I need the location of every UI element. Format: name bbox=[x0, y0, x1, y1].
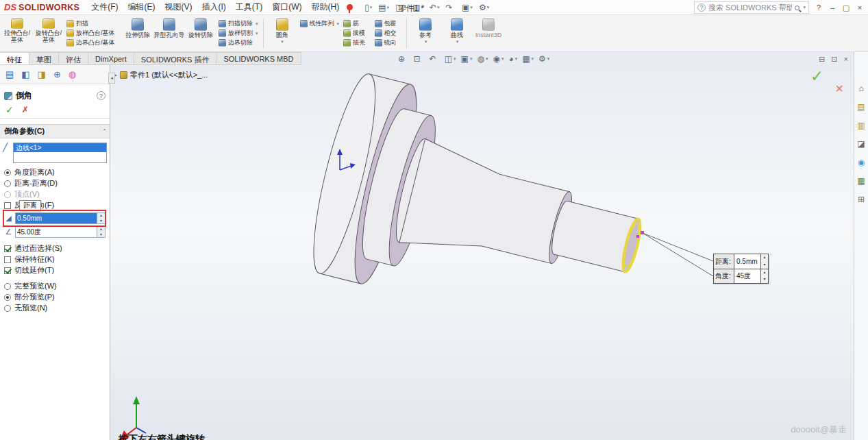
ribbon-big-button[interactable]: 异型孔向导 ▾ bbox=[153, 16, 185, 50]
commandmanager-tab[interactable]: 特征 bbox=[0, 52, 29, 65]
radio-icon[interactable] bbox=[4, 169, 11, 176]
spin-up-icon[interactable]: ▴ bbox=[761, 269, 768, 276]
radio-icon[interactable] bbox=[4, 283, 11, 290]
ribbon-small-button[interactable]: 扫描 ▾ bbox=[66, 19, 120, 28]
radio-icon[interactable] bbox=[4, 294, 11, 301]
commandmanager-tab[interactable]: SOLIDWORKS MBD bbox=[216, 52, 301, 65]
dropdown-caret-icon[interactable]: ▾ bbox=[486, 56, 488, 62]
panel-collapse-handle[interactable]: ◂ bbox=[108, 73, 115, 84]
part-tree-label[interactable]: 零件1 (默认<<默认>_... bbox=[130, 70, 208, 80]
doc-restore-button[interactable]: ⊡ bbox=[831, 55, 837, 64]
commandmanager-tab[interactable]: DimXpert bbox=[88, 52, 134, 65]
ribbon-small-button[interactable]: 镜向 ▾ bbox=[375, 38, 402, 47]
radio-option[interactable]: 角度距离(A) bbox=[4, 167, 106, 178]
dropdown-caret-icon[interactable]: ▾ bbox=[425, 38, 427, 45]
ribbon-small-button[interactable]: 放样切割 ▾ bbox=[219, 29, 258, 38]
distance-value[interactable]: 0.50mm bbox=[16, 213, 97, 223]
collapse-chevron-icon[interactable]: ˆ bbox=[103, 128, 106, 135]
dropdown-caret-icon[interactable]: ▾ bbox=[501, 56, 504, 62]
search-box[interactable]: ? 搜索 SOLIDWORKS 帮助 ▾ bbox=[694, 1, 809, 14]
callout-value[interactable]: 0.5mm bbox=[734, 254, 760, 269]
zoom-area-icon[interactable]: ⊡ ▾ bbox=[414, 54, 425, 64]
dropdown-caret-icon[interactable]: ▾ bbox=[547, 56, 550, 62]
dropdown-caret-icon[interactable]: ▾ bbox=[256, 31, 258, 36]
spin-down-icon[interactable]: ▾ bbox=[761, 276, 768, 283]
menu-item[interactable]: 文件(F) bbox=[86, 0, 123, 15]
dropdown-caret-icon[interactable]: ▾ bbox=[454, 56, 456, 62]
callout-spinner[interactable]: ▴ ▾ bbox=[760, 254, 768, 269]
callout-spinner[interactable]: ▴ ▾ bbox=[760, 269, 768, 283]
configurationmanager-tab[interactable]: ◨ bbox=[38, 69, 46, 80]
confirm-cancel-button[interactable]: ✕ bbox=[835, 82, 844, 95]
checkbox-icon[interactable] bbox=[4, 245, 11, 252]
ribbon-big-button[interactable]: 圆角 ▾ bbox=[266, 16, 298, 50]
design-library-icon[interactable]: ▤ bbox=[857, 102, 865, 112]
ribbon-big-button[interactable]: 旋转凸台/基体 ▾ bbox=[33, 16, 64, 50]
pm-ok-button[interactable]: ✓ bbox=[5, 105, 14, 114]
spin-up-icon[interactable]: ▴ bbox=[97, 227, 105, 232]
radio-option[interactable]: 无预览(N) bbox=[4, 303, 106, 313]
display-style-icon[interactable]: ◍ ▾ bbox=[477, 54, 488, 64]
pm-help-button[interactable]: ? bbox=[97, 91, 106, 100]
menu-item[interactable]: 编辑(E) bbox=[123, 0, 160, 15]
radio-icon[interactable] bbox=[4, 191, 11, 198]
commandmanager-tab[interactable]: 草图 bbox=[29, 52, 59, 65]
appearances-icon[interactable]: ◉ bbox=[858, 158, 865, 167]
search-placeholder[interactable]: 搜索 SOLIDWORKS 帮助 bbox=[708, 3, 792, 13]
ribbon-big-button[interactable]: 拉伸凸台/基体 ▾ bbox=[1, 16, 33, 50]
selection-listbox[interactable]: 边线<1> bbox=[13, 143, 107, 163]
ribbon-small-button[interactable]: 边界切除 ▾ bbox=[219, 38, 258, 47]
file-explorer-icon[interactable]: ▥ bbox=[857, 121, 865, 130]
custom-properties-icon[interactable]: ⊞ bbox=[858, 195, 865, 204]
view-orientation-icon[interactable]: ▣ ▾ bbox=[461, 54, 473, 64]
section-view-icon[interactable]: ◫ ▾ bbox=[445, 54, 456, 64]
angle-spinner[interactable]: ▴ ▾ bbox=[97, 227, 105, 237]
ribbon-small-button[interactable]: 线性阵列 ▾ bbox=[300, 19, 340, 28]
search-caret-icon[interactable]: ▾ bbox=[803, 5, 806, 10]
pm-cancel-button[interactable]: ✗ bbox=[22, 105, 29, 114]
ribbon-small-button[interactable]: 包覆 ▾ bbox=[375, 19, 402, 28]
ribbon-small-button[interactable]: 边界凸台/基体 ▾ bbox=[66, 38, 120, 47]
zoom-fit-icon[interactable]: ⊕ ▾ bbox=[398, 54, 409, 64]
ribbon-big-button[interactable]: Instant3D ▾ bbox=[473, 16, 504, 50]
radio-icon[interactable] bbox=[4, 305, 11, 312]
checkbox-icon[interactable] bbox=[4, 202, 11, 209]
distance-spinner[interactable]: ▴ ▾ bbox=[97, 213, 105, 223]
commandmanager-tab[interactable]: SOLIDWORKS 插件 bbox=[134, 52, 217, 65]
ribbon-small-button[interactable]: 筋 ▾ bbox=[343, 19, 371, 28]
menu-item[interactable]: 工具(T) bbox=[231, 0, 267, 15]
close-button[interactable]: × bbox=[853, 3, 867, 12]
view-palette-icon[interactable]: ◪ bbox=[857, 139, 865, 149]
callout-value[interactable]: 45度 bbox=[734, 269, 760, 283]
spin-up-icon[interactable]: ▴ bbox=[97, 213, 105, 219]
checkbox-icon[interactable] bbox=[4, 256, 11, 263]
graphics-area[interactable]: ⊕ ▾ ⊡ ▾ ↶ ▾ ◫ ▾ ▣ bbox=[110, 52, 854, 440]
previous-view-icon[interactable]: ↶ ▾ bbox=[429, 54, 440, 64]
restore-button[interactable]: ▢ bbox=[839, 3, 853, 12]
help-sphere-icon[interactable]: ? bbox=[697, 3, 706, 12]
spin-down-icon[interactable]: ▾ bbox=[761, 262, 768, 269]
minimize-button[interactable]: – bbox=[826, 3, 839, 12]
dropdown-caret-icon[interactable]: ▾ bbox=[515, 56, 518, 62]
menu-item[interactable]: 插入(I) bbox=[197, 0, 231, 15]
doc-minimize-button[interactable]: ⊟ bbox=[819, 55, 825, 64]
ribbon-small-button[interactable]: 相交 ▾ bbox=[375, 29, 402, 38]
spin-up-icon[interactable]: ▴ bbox=[761, 254, 768, 262]
radio-option[interactable]: 顶点(V) bbox=[4, 189, 106, 199]
menu-item[interactable]: 视图(V) bbox=[160, 0, 197, 15]
scenes-icon[interactable]: ▦ bbox=[857, 176, 865, 186]
home-icon[interactable]: ⌂ bbox=[858, 84, 863, 93]
spin-down-icon[interactable]: ▾ bbox=[97, 232, 105, 238]
ribbon-big-button[interactable]: 参考 ▾ bbox=[410, 16, 441, 50]
hide-show-items-icon[interactable]: ◉ ▾ bbox=[493, 54, 504, 64]
part-canvas[interactable] bbox=[110, 52, 854, 440]
radio-option[interactable]: 完整预览(W) bbox=[4, 281, 106, 291]
edit-appearance-icon[interactable]: ◕ ▾ bbox=[508, 54, 517, 64]
view-settings-icon[interactable]: ⚙ ▾ bbox=[538, 54, 549, 64]
checkbox-icon[interactable] bbox=[4, 267, 11, 274]
ribbon-small-button[interactable]: 拔模 ▾ bbox=[343, 29, 371, 38]
displaymanager-tab[interactable]: ◍ bbox=[69, 69, 76, 80]
ribbon-small-button[interactable]: 扫描切除 ▾ bbox=[219, 19, 258, 28]
ribbon-big-button[interactable]: 拉伸切除 ▾ bbox=[122, 16, 153, 50]
radio-option[interactable]: 距离-距离(D) bbox=[4, 178, 106, 188]
